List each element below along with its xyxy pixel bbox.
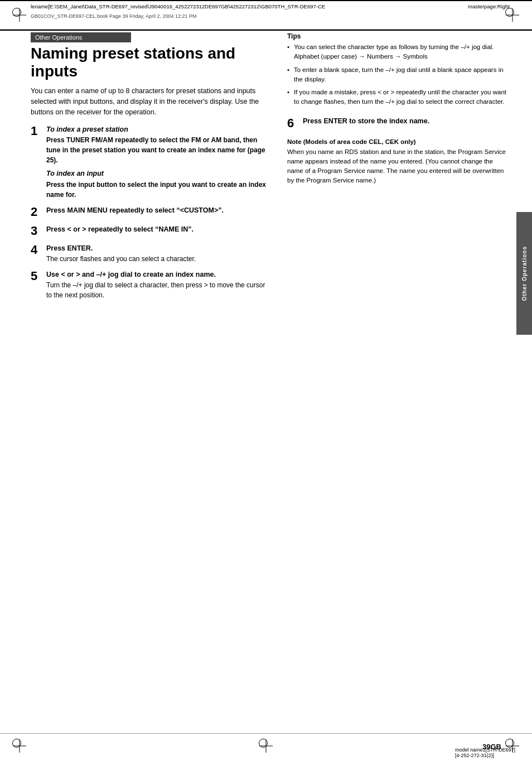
step-4-content: Press ENTER. The cursor flashes and you … — [46, 244, 270, 264]
tip-item-3: If you made a mistake, press < or > repe… — [287, 88, 510, 107]
step-1-body1: Press TUNER FM/AM repeatedly to select t… — [46, 135, 270, 165]
step-4-body: The cursor flashes and you can select a … — [46, 254, 270, 264]
footer-model: model name1[STR-DE697] [4-252-272-31(2)] — [455, 747, 515, 758]
step-3-content: Press < or > repeatedly to select “NAME … — [46, 225, 270, 235]
header-bookline: GB01COV_STR-DE697-CEL.book Page 39 Frida… — [31, 13, 197, 19]
page-footer: 39GB model name1[STR-DE697] [4-252-272-3… — [0, 733, 532, 761]
step-3-number: 3 — [31, 224, 46, 238]
tip-item-1: You can select the character type as fol… — [287, 42, 510, 62]
step-1-number: 1 — [31, 124, 46, 138]
page-header: lename[E:\SEM_Janet\Data_STR-DE697_revis… — [0, 0, 532, 31]
reg-mark-top-left — [12, 8, 27, 22]
section-title: Naming preset stations and inputs — [31, 45, 270, 80]
step-1: 1 To index a preset station Press TUNER … — [31, 126, 270, 200]
step-4-number: 4 — [31, 243, 46, 257]
step-6-text: Press ENTER to store the index name. — [303, 117, 429, 125]
header-filename: lename[E:\SEM_Janet\Data_STR-DE697_revis… — [31, 3, 325, 9]
step-6-number: 6 — [287, 116, 303, 131]
step-5: 5 Use < or > and –/+ jog dial to create … — [31, 271, 270, 300]
step-5-body: Turn the –/+ jog dial to select a charac… — [46, 280, 270, 300]
step-1-body2: Press the input button to select the inp… — [46, 180, 270, 200]
step-4: 4 Press ENTER. The cursor flashes and yo… — [31, 244, 270, 264]
header-top-border — [0, 0, 532, 1]
note-section: Note (Models of area code CEL, CEK only)… — [287, 138, 510, 186]
right-tab-label: Other Operations — [521, 246, 528, 301]
tips-section: Tips You can select the character type a… — [287, 32, 510, 107]
step-1-heading: To index a preset station — [46, 126, 270, 133]
header-bottom-border — [0, 29, 532, 30]
tips-list: You can select the character type as fol… — [287, 42, 510, 107]
step-1-content: To index a preset station Press TUNER FM… — [46, 126, 270, 200]
step-2-number: 2 — [31, 205, 46, 219]
reg-mark-top-right — [505, 8, 520, 22]
step-2-content: Press MAIN MENU repeatedly to select “<C… — [46, 206, 270, 216]
left-column: Other Operations Naming preset stations … — [31, 32, 270, 307]
step-2: 2 Press MAIN MENU repeatedly to select “… — [31, 206, 270, 219]
header-masterpage: masterpage:Right — [468, 3, 510, 9]
step-3: 3 Press < or > repeatedly to select “NAM… — [31, 225, 270, 238]
step-5-heading: Use < or > and –/+ jog dial to create an… — [46, 271, 270, 278]
tips-heading: Tips — [287, 32, 510, 40]
right-tab: Other Operations — [516, 212, 532, 335]
section-badge: Other Operations — [31, 32, 131, 42]
step-4-heading: Press ENTER. — [46, 244, 270, 252]
note-heading: Note (Models of area code CEL, CEK only) — [287, 138, 510, 145]
step-2-heading: Press MAIN MENU repeatedly to select “<C… — [46, 206, 270, 214]
intro-text: You can enter a name of up to 8 characte… — [31, 86, 270, 117]
step-1-sub-heading: To index an input — [46, 170, 270, 177]
note-body: When you name an RDS station and tune in… — [287, 147, 510, 186]
right-column: Tips You can select the character type a… — [287, 32, 510, 186]
step-6: 6 Press ENTER to store the index name. — [287, 117, 510, 131]
step-5-content: Use < or > and –/+ jog dial to create an… — [46, 271, 270, 300]
step-5-number: 5 — [31, 269, 46, 283]
tip-item-2: To enter a blank space, turn the –/+ jog… — [287, 65, 510, 85]
step-3-heading: Press < or > repeatedly to select “NAME … — [46, 225, 270, 233]
page-content: Other Operations Naming preset stations … — [31, 32, 512, 732]
